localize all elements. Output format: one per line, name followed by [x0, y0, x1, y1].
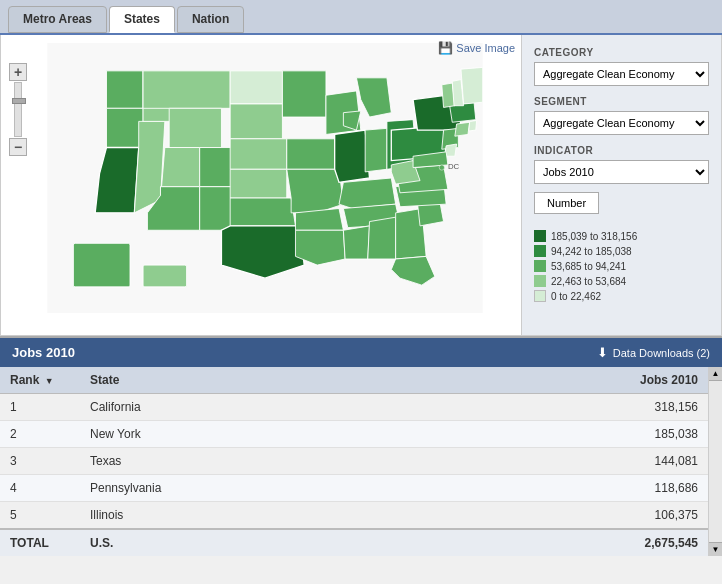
col-state: State — [80, 367, 419, 394]
value-cell: 144,081 — [419, 448, 708, 475]
tab-nation[interactable]: Nation — [177, 6, 244, 33]
svg-rect-51 — [143, 265, 187, 287]
svg-marker-2 — [106, 108, 143, 147]
tab-metro-areas[interactable]: Metro Areas — [8, 6, 107, 33]
zoom-track — [14, 82, 22, 137]
svg-marker-27 — [339, 178, 396, 208]
svg-marker-1 — [106, 71, 143, 108]
col-jobs: Jobs 2010 — [419, 367, 708, 394]
state-cell: New York — [80, 421, 419, 448]
svg-marker-44 — [455, 122, 470, 136]
category-select[interactable]: Aggregate Clean Economy — [534, 62, 709, 86]
data-section: Jobs 2010 ⬇ Data Downloads (2) Rank ▼ St… — [0, 336, 722, 556]
col-rank: Rank ▼ — [0, 367, 80, 394]
svg-marker-31 — [343, 226, 369, 259]
table-inner: Rank ▼ State Jobs 2010 1 Cali — [0, 367, 708, 556]
legend-item-5: 0 to 22,462 — [534, 290, 709, 302]
scroll-down-button[interactable]: ▼ — [709, 542, 722, 556]
svg-rect-50 — [73, 243, 130, 287]
table-row: 5 Illinois 106,375 — [0, 502, 708, 530]
svg-marker-20 — [287, 169, 344, 213]
zoom-out-button[interactable]: − — [9, 138, 27, 156]
us-map: DC — [35, 43, 515, 313]
rank-cell: 2 — [0, 421, 80, 448]
category-label: CATEGORY — [534, 47, 709, 58]
svg-marker-45 — [469, 121, 477, 131]
svg-marker-7 — [169, 108, 221, 147]
total-row: TOTAL U.S. 2,675,545 — [0, 529, 708, 556]
tab-states[interactable]: States — [109, 6, 175, 33]
indicator-label: INDICATOR — [534, 145, 709, 156]
table-row: 2 New York 185,038 — [0, 421, 708, 448]
indicator-select[interactable]: Jobs 2010 — [534, 160, 709, 184]
value-cell: 185,038 — [419, 421, 708, 448]
svg-marker-25 — [365, 128, 387, 172]
value-cell: 106,375 — [419, 502, 708, 530]
total-state: U.S. — [80, 529, 419, 556]
legend-item-3: 53,685 to 94,241 — [534, 260, 709, 272]
total-label: TOTAL — [0, 529, 80, 556]
table-title: Jobs 2010 — [12, 345, 75, 360]
state-cell: California — [80, 394, 419, 421]
sort-icon: ▼ — [45, 376, 54, 386]
scroll-track — [709, 381, 722, 542]
download-icon: ⬇ — [597, 345, 608, 360]
number-button[interactable]: Number — [534, 192, 599, 214]
rank-cell: 5 — [0, 502, 80, 530]
state-cell: Texas — [80, 448, 419, 475]
svg-marker-22 — [335, 130, 370, 182]
segment-select[interactable]: Aggregate Clean Economy — [534, 111, 709, 135]
main-content: 💾 Save Image + − — [0, 35, 722, 336]
data-table: Rank ▼ State Jobs 2010 1 Cali — [0, 367, 708, 556]
rank-cell: 1 — [0, 394, 80, 421]
scrollbar: ▲ ▼ — [708, 367, 722, 556]
download-button[interactable]: ⬇ Data Downloads (2) — [597, 345, 710, 360]
save-icon: 💾 — [438, 41, 453, 55]
legend-item-1: 185,039 to 318,156 — [534, 230, 709, 242]
svg-text:DC: DC — [448, 162, 460, 171]
rank-cell: 3 — [0, 448, 80, 475]
table-row: 3 Texas 144,081 — [0, 448, 708, 475]
segment-label: SEGMENT — [534, 96, 709, 107]
zoom-in-button[interactable]: + — [9, 63, 27, 81]
value-cell: 318,156 — [419, 394, 708, 421]
svg-marker-6 — [143, 71, 230, 108]
total-value: 2,675,545 — [419, 529, 708, 556]
svg-point-53 — [439, 165, 444, 170]
legend-item-4: 22,463 to 53,684 — [534, 275, 709, 287]
tab-bar: Metro Areas States Nation — [0, 0, 722, 35]
legend-item-2: 94,242 to 185,038 — [534, 245, 709, 257]
right-panel: CATEGORY Aggregate Clean Economy SEGMENT… — [521, 35, 721, 335]
svg-marker-15 — [230, 169, 287, 198]
table-row: 4 Pennsylvania 118,686 — [0, 475, 708, 502]
zoom-thumb[interactable] — [12, 98, 26, 104]
legend: 185,039 to 318,156 94,242 to 185,038 53,… — [534, 230, 709, 302]
map-area: 💾 Save Image + − — [1, 35, 521, 335]
svg-marker-13 — [230, 104, 282, 139]
state-cell: Pennsylvania — [80, 475, 419, 502]
svg-marker-32 — [368, 217, 396, 259]
scroll-up-button[interactable]: ▲ — [709, 367, 722, 381]
svg-marker-16 — [230, 198, 295, 226]
state-cell: Illinois — [80, 502, 419, 530]
save-image-button[interactable]: 💾 Save Image — [438, 41, 515, 55]
svg-marker-14 — [230, 139, 287, 169]
zoom-controls: + − — [9, 63, 27, 156]
table-header-bar: Jobs 2010 ⬇ Data Downloads (2) — [0, 338, 722, 367]
svg-marker-49 — [461, 67, 483, 104]
table-outer: Rank ▼ State Jobs 2010 1 Cali — [0, 367, 722, 556]
table-row: 1 California 318,156 — [0, 394, 708, 421]
svg-marker-18 — [282, 71, 326, 117]
svg-marker-19 — [287, 139, 335, 169]
svg-marker-12 — [230, 71, 282, 104]
rank-cell: 4 — [0, 475, 80, 502]
value-cell: 118,686 — [419, 475, 708, 502]
svg-marker-29 — [295, 208, 343, 230]
